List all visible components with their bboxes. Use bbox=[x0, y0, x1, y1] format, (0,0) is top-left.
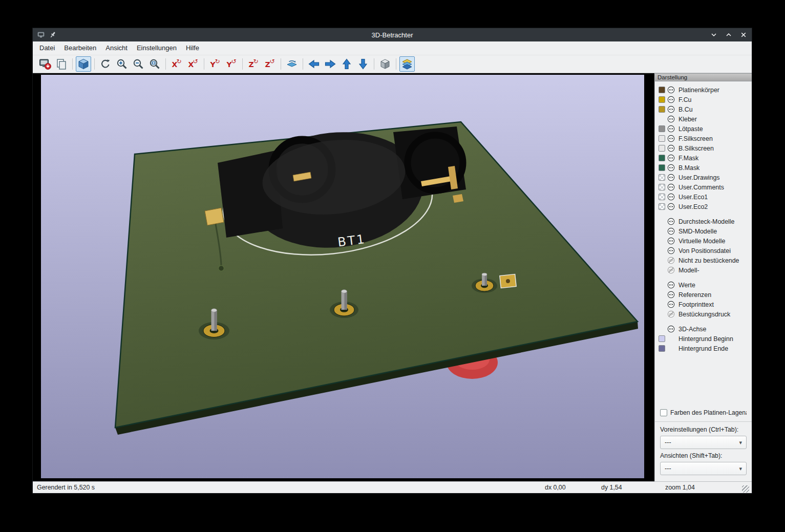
visibility-on-eye-icon[interactable] bbox=[667, 291, 677, 299]
color-swatch[interactable] bbox=[659, 96, 665, 103]
menu-einstellungen[interactable]: Einstellungen bbox=[132, 41, 181, 55]
color-swatch[interactable] bbox=[659, 184, 665, 190]
rotate-x-ccw-button[interactable]: X↺ bbox=[185, 56, 201, 72]
layer-row-user-comments[interactable]: User.Comments bbox=[659, 182, 750, 192]
layer-row-f-mask[interactable]: F.Mask bbox=[659, 153, 750, 163]
views-combo[interactable]: --- ▾ bbox=[660, 462, 747, 475]
visibility-on-eye-icon[interactable] bbox=[667, 325, 677, 333]
visibility-on-eye-icon[interactable] bbox=[667, 115, 677, 123]
minimize-button[interactable] bbox=[710, 31, 718, 39]
color-swatch[interactable] bbox=[659, 335, 665, 342]
color-swatch[interactable] bbox=[659, 174, 665, 181]
color-swatch[interactable] bbox=[659, 155, 665, 161]
misc-row-hintergrund-ende[interactable]: Hintergrund Ende bbox=[659, 344, 750, 353]
visibility-on-eye-icon[interactable] bbox=[667, 247, 677, 254]
visibility-on-eye-icon[interactable] bbox=[667, 281, 677, 289]
pin-icon[interactable] bbox=[49, 31, 57, 39]
color-swatch[interactable] bbox=[659, 203, 665, 210]
visibility-on-eye-icon[interactable] bbox=[667, 125, 677, 133]
color-swatch[interactable] bbox=[659, 87, 665, 93]
text-row-referenzen[interactable]: Referenzen bbox=[659, 290, 750, 300]
color-swatch[interactable] bbox=[659, 135, 665, 142]
model-row-virtuelle-modelle[interactable]: Virtuelle Modelle bbox=[659, 236, 750, 246]
menu-bearbeiten[interactable]: Bearbeiten bbox=[59, 41, 101, 55]
color-swatch[interactable] bbox=[659, 194, 665, 200]
visibility-on-eye-icon[interactable] bbox=[667, 144, 677, 152]
color-swatch[interactable] bbox=[659, 345, 665, 352]
flip-view-button[interactable] bbox=[284, 56, 300, 72]
layer-row-b-silkscreen[interactable]: B.Silkscreen bbox=[659, 143, 750, 153]
layer-row-b-cu[interactable]: B.Cu bbox=[659, 104, 750, 114]
visibility-on-eye-icon[interactable] bbox=[667, 105, 677, 113]
visibility-off-eye-icon[interactable] bbox=[667, 310, 677, 318]
visibility-on-eye-icon[interactable] bbox=[667, 154, 677, 162]
panel-scroll[interactable]: PlatinenkörperF.CuB.CuKleberLötpasteF.Si… bbox=[655, 82, 752, 394]
misc-row-hintergrund-beginn[interactable]: Hintergrund Beginn bbox=[659, 334, 750, 344]
move-up-button[interactable] bbox=[339, 56, 354, 72]
rotate-x-cw-button[interactable]: X↻ bbox=[169, 56, 184, 72]
misc-row-3d-achse[interactable]: 3D-Achse bbox=[659, 324, 750, 334]
export-image-button[interactable] bbox=[37, 56, 53, 72]
visibility-on-eye-icon[interactable] bbox=[667, 183, 677, 191]
redraw-button[interactable] bbox=[98, 56, 113, 72]
zoom-in-button[interactable] bbox=[114, 56, 130, 72]
move-right-button[interactable] bbox=[323, 56, 338, 72]
menu-datei[interactable]: Datei bbox=[35, 41, 59, 55]
color-swatch[interactable] bbox=[659, 145, 665, 152]
3d-viewport[interactable]: BT1 bbox=[41, 75, 644, 478]
move-left-button[interactable] bbox=[306, 56, 322, 72]
visibility-on-eye-icon[interactable] bbox=[667, 218, 677, 225]
zoom-out-button[interactable] bbox=[131, 56, 146, 72]
visibility-on-eye-icon[interactable] bbox=[667, 135, 677, 142]
layer-row-f-cu[interactable]: F.Cu bbox=[659, 95, 750, 104]
color-swatch[interactable] bbox=[659, 164, 665, 171]
visibility-on-eye-icon[interactable] bbox=[667, 237, 677, 245]
layer-row-f-silkscreen[interactable]: F.Silkscreen bbox=[659, 134, 750, 143]
visibility-on-eye-icon[interactable] bbox=[667, 96, 677, 103]
visibility-off-eye-icon[interactable] bbox=[667, 257, 677, 264]
text-row-footprinttext[interactable]: Footprinttext bbox=[659, 300, 750, 309]
model-row-modell[interactable]: Modell- bbox=[659, 265, 750, 275]
text-row-werte[interactable]: Werte bbox=[659, 280, 750, 290]
resize-grip[interactable] bbox=[742, 485, 749, 493]
zoom-fit-button[interactable] bbox=[147, 56, 162, 72]
rotate-z-ccw-button[interactable]: Z↺ bbox=[262, 56, 278, 72]
copy-image-button[interactable] bbox=[54, 56, 69, 72]
use-stackup-colors-checkbox[interactable] bbox=[660, 409, 667, 416]
close-button[interactable] bbox=[739, 31, 748, 39]
maximize-button[interactable] bbox=[725, 31, 733, 39]
visibility-on-eye-icon[interactable] bbox=[667, 227, 677, 235]
model-row-smd-modelle[interactable]: SMD-Modelle bbox=[659, 226, 750, 236]
rotate-y-cw-button[interactable]: Y↻ bbox=[207, 56, 223, 72]
visibility-on-eye-icon[interactable] bbox=[667, 86, 677, 94]
layer-row-platinenkoerper[interactable]: Platinenkörper bbox=[659, 85, 750, 95]
menu-ansicht[interactable]: Ansicht bbox=[101, 41, 132, 55]
layer-row-user-eco1[interactable]: User.Eco1 bbox=[659, 192, 750, 202]
layer-row-user-eco2[interactable]: User.Eco2 bbox=[659, 202, 750, 211]
visibility-on-eye-icon[interactable] bbox=[667, 301, 677, 308]
menu-hilfe[interactable]: Hilfe bbox=[181, 41, 204, 55]
use-stackup-colors-row[interactable]: Farben des Platinen-Lagenau bbox=[660, 409, 747, 416]
rotate-z-cw-button[interactable]: Z↻ bbox=[246, 56, 261, 72]
realistic-mode-button[interactable] bbox=[76, 56, 91, 72]
model-row-nicht-zu-bestueckende[interactable]: Nicht zu bestückende bbox=[659, 256, 750, 265]
layer-row-kleber[interactable]: Kleber bbox=[659, 114, 750, 124]
move-down-button[interactable] bbox=[355, 56, 371, 72]
model-row-durchsteck-modelle[interactable]: Durchsteck-Modelle bbox=[659, 217, 750, 226]
display-options-button[interactable] bbox=[399, 56, 415, 72]
visibility-on-eye-icon[interactable] bbox=[667, 164, 677, 172]
visibility-on-eye-icon[interactable] bbox=[667, 203, 677, 210]
layer-row-loetpaste[interactable]: Lötpaste bbox=[659, 124, 750, 134]
model-row-von-positionsdatei[interactable]: Von Positionsdatei bbox=[659, 246, 750, 256]
visibility-off-eye-icon[interactable] bbox=[667, 266, 677, 274]
layer-row-user-drawings[interactable]: User.Drawings bbox=[659, 173, 750, 182]
color-swatch[interactable] bbox=[659, 106, 665, 113]
visibility-on-eye-icon[interactable] bbox=[667, 193, 677, 201]
rotate-y-ccw-button[interactable]: Y↺ bbox=[224, 56, 239, 72]
visibility-on-eye-icon[interactable] bbox=[667, 174, 677, 181]
presets-combo[interactable]: --- ▾ bbox=[660, 436, 747, 449]
ortho-projection-button[interactable] bbox=[377, 56, 393, 72]
layer-row-b-mask[interactable]: B.Mask bbox=[659, 163, 750, 173]
color-swatch[interactable] bbox=[659, 125, 665, 132]
text-row-bestueckungsdruck[interactable]: Bestückungsdruck bbox=[659, 309, 750, 319]
